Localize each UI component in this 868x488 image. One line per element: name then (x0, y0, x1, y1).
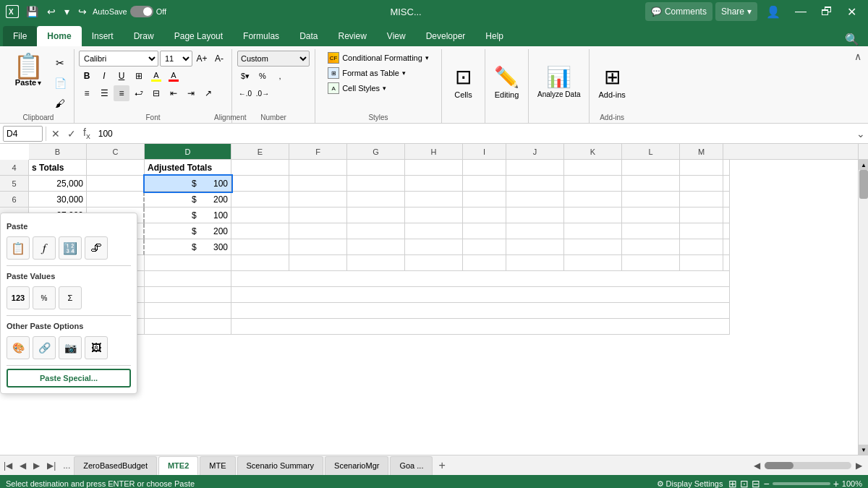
paste-icon-3[interactable]: 🔢 (59, 236, 82, 260)
row-header-4[interactable]: 4 (0, 160, 29, 176)
cut-btn[interactable]: ✂ (51, 53, 69, 72)
zoom-in-btn[interactable]: + (833, 478, 839, 488)
sheet-tab-scenariomgr[interactable]: ScenarioMgr (325, 456, 388, 475)
cell-M6[interactable] (680, 192, 723, 207)
cell-E6[interactable] (231, 192, 289, 207)
cell-styles-btn[interactable]: A Cell Styles ▾ (325, 81, 432, 95)
cell-J10[interactable] (506, 255, 564, 271)
cell-H4[interactable] (405, 160, 463, 176)
paste-values-icon-2[interactable]: % (33, 286, 56, 309)
cell-E7[interactable] (231, 207, 289, 223)
cell-G5[interactable] (347, 176, 405, 192)
col-header-D[interactable]: D (145, 144, 231, 160)
cell-L8[interactable] (622, 223, 680, 239)
border-btn[interactable]: ⊞ (131, 68, 147, 84)
hscroll-right-btn[interactable]: ▶ (853, 461, 865, 471)
align-left-btn[interactable]: ≡ (79, 85, 95, 101)
cell-E5[interactable] (231, 176, 289, 192)
italic-btn[interactable]: I (96, 68, 112, 84)
tab-formulas[interactable]: Formulas (233, 26, 289, 46)
cell-J6[interactable] (506, 192, 564, 207)
sheet-nav-more[interactable]: ... (59, 461, 74, 471)
autosave-switch[interactable] (130, 6, 153, 17)
cell-I8[interactable] (463, 223, 506, 239)
cell-K6[interactable] (564, 192, 622, 207)
col-header-J[interactable]: J (506, 144, 564, 160)
cell-G9[interactable] (347, 239, 405, 255)
increase-decimal-btn[interactable]: .0→ (255, 85, 271, 101)
cell-M5[interactable] (680, 176, 723, 192)
cell-B6[interactable]: 30,000 (29, 192, 87, 207)
cell-D9[interactable]: $ 300 (145, 239, 231, 255)
col-header-K[interactable]: K (564, 144, 622, 160)
col-header-H[interactable]: H (405, 144, 463, 160)
cell-L10[interactable] (622, 255, 680, 271)
format-painter-btn[interactable]: 🖌 (51, 94, 69, 113)
sheet-nav-last[interactable]: ▶| (43, 461, 59, 471)
add-sheet-btn[interactable]: + (434, 459, 449, 472)
cell-L4[interactable] (622, 160, 680, 176)
sheet-nav-prev[interactable]: ◀ (16, 461, 30, 471)
paste-values-icon-1[interactable]: 123 (7, 286, 30, 309)
tab-developer[interactable]: Developer (416, 26, 476, 46)
paste-other-icon-1[interactable]: 🎨 (7, 336, 30, 359)
cell-F5[interactable] (289, 176, 347, 192)
ribbon-collapse-btn[interactable]: ∧ (851, 49, 865, 64)
sheet-nav-first[interactable]: |◀ (0, 461, 16, 471)
tab-review[interactable]: Review (328, 26, 376, 46)
accounting-btn[interactable]: $▾ (237, 68, 253, 84)
cell-G6[interactable] (347, 192, 405, 207)
indent-inc-btn[interactable]: ⇥ (183, 85, 199, 101)
insert-function-btn[interactable]: fx (81, 127, 93, 140)
cell-L6[interactable] (622, 192, 680, 207)
cell-H10[interactable] (405, 255, 463, 271)
cell-D12[interactable] (145, 287, 231, 303)
scroll-down-btn[interactable]: ▼ (859, 445, 868, 455)
cell-I5[interactable] (463, 176, 506, 192)
decrease-decimal-btn[interactable]: ←.0 (237, 85, 253, 101)
cell-F6[interactable] (289, 192, 347, 207)
zoom-out-btn[interactable]: − (763, 478, 769, 488)
paste-special-btn[interactable]: Paste Special... (7, 369, 131, 388)
hscroll-left-btn[interactable]: ◀ (751, 461, 763, 471)
cell-D14[interactable] (145, 319, 231, 335)
number-format-select[interactable]: Custom (237, 51, 310, 67)
cell-D7[interactable]: $ 100 (145, 207, 231, 223)
tab-page-layout[interactable]: Page Layout (164, 26, 233, 46)
minimize-btn[interactable]: — (789, 0, 812, 23)
cell-H7[interactable] (405, 207, 463, 223)
share-btn[interactable]: Share ▾ (715, 2, 757, 21)
col-header-F[interactable]: F (289, 144, 347, 160)
cell-G10[interactable] (347, 255, 405, 271)
underline-btn[interactable]: U (114, 68, 129, 84)
redo-btn[interactable]: ↪ (75, 4, 90, 19)
cell-D8[interactable]: $ 200 (145, 223, 231, 239)
undo-dropdown-btn[interactable]: ▾ (61, 4, 72, 19)
paste-other-icon-2[interactable]: 🔗 (33, 336, 56, 359)
cell-G4[interactable] (347, 160, 405, 176)
scrollbar-thumb[interactable] (859, 170, 868, 199)
cell-D10[interactable] (145, 255, 231, 271)
cell-D4[interactable]: Adjusted Totals (145, 160, 231, 176)
cell-K10[interactable] (564, 255, 622, 271)
cell-G8[interactable] (347, 223, 405, 239)
h-scrollbar-thumb[interactable] (765, 462, 793, 469)
cell-C5[interactable] (87, 176, 145, 192)
cell-D13[interactable] (145, 303, 231, 319)
formula-input[interactable] (95, 126, 854, 142)
cell-F7[interactable] (289, 207, 347, 223)
save-qa-btn[interactable]: 💾 (23, 4, 41, 19)
row-header-6[interactable]: 6 (0, 192, 29, 207)
cell-C4[interactable] (87, 160, 145, 176)
cell-M8[interactable] (680, 223, 723, 239)
col-header-E[interactable]: E (231, 144, 289, 160)
sheet-tab-mte[interactable]: MTE (200, 456, 235, 475)
display-settings-btn[interactable]: ⚙ Display Settings (657, 479, 723, 489)
sheet-tab-goa[interactable]: Goa ... (390, 456, 433, 475)
tab-view[interactable]: View (377, 26, 416, 46)
cell-H5[interactable] (405, 176, 463, 192)
col-header-B[interactable]: B (29, 144, 87, 160)
cell-E9[interactable] (231, 239, 289, 255)
editing-btn[interactable]: ✏️ Editing (490, 63, 524, 101)
cell-M7[interactable] (680, 207, 723, 223)
